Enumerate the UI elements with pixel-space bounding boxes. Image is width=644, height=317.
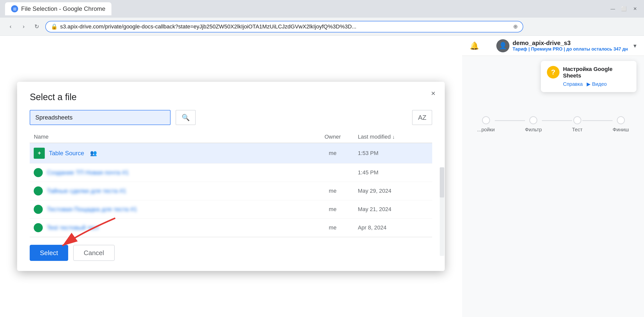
shared-icon: 👥 [90,150,97,156]
table-row[interactable]: + Table Source 👥 me 1:53 PM [30,143,432,164]
file-modified: May 21, 2024 [358,206,428,213]
step-circle [529,116,537,124]
right-header: 🔔 👤 demo_apix-drive_s3 Тариф | Премиум P… [462,36,644,56]
avatar: 👤 [496,39,509,52]
dialog-footer: Select Cancel [30,237,432,261]
file-name: Тестовая Пощадка для теста #1 [47,206,137,213]
file-row-name: Тайные сделки для теста #1 [34,186,307,195]
play-icon: ▶ [587,81,590,87]
step-label: ...ройки [477,127,495,133]
help-video-link[interactable]: ▶ Видео [587,81,607,87]
file-list: + Table Source 👥 me 1:53 PM Создание [30,143,432,237]
sort-arrow-icon: ↓ [392,134,395,140]
scrollbar[interactable] [440,167,444,256]
reload-button[interactable]: ↻ [31,21,42,32]
file-name: Test тестовый тест [47,224,99,231]
user-plan: Тариф | Премиум PRO | до оплаты осталось… [512,47,628,52]
file-modified: 1:45 PM [358,169,428,176]
sheets-icon-green [34,223,43,232]
minimize-button[interactable]: — [609,5,617,13]
help-question-icon: ? [547,66,559,78]
help-tooltip: ? Настройка Google Sheets Справка ▶ Виде… [541,61,636,92]
sheets-icon-green [34,205,43,214]
dropdown-arrow-icon[interactable]: ▾ [633,42,636,49]
lock-icon: 🔒 [51,23,58,30]
help-links: Справка ▶ Видео [563,81,630,87]
nav-buttons: ‹ › ↻ [5,21,42,32]
step-finish: Финиш [613,116,629,133]
step-filter: Фильтр [525,116,542,133]
step-circle [573,116,581,124]
help-title: Настройка Google Sheets [563,66,630,79]
file-row-name: Test тестовый тест [34,223,307,232]
file-list-header: Name Owner Last modified ↓ [30,131,432,143]
table-row[interactable]: Тестовая Пощадка для теста #1 me May 21,… [30,200,432,219]
step-circle [617,116,625,124]
sheets-icon-green [34,168,43,177]
step-test: Тест [572,116,582,133]
cancel-button[interactable]: Cancel [73,245,115,261]
user-info: demo_apix-drive_s3 Тариф | Премиум PRO |… [512,39,628,52]
file-name: Table Source [49,150,84,157]
step-label: Тест [572,127,582,133]
file-name: Тайные сделки для теста #1 [47,187,126,194]
step-connector [495,120,525,121]
left-panel: Select a file × 🔍 AZ Name Owner Last mod… [0,36,462,317]
step-label: Финиш [613,127,629,133]
help-content: Настройка Google Sheets Справка ▶ Видео [563,66,630,87]
sort-button[interactable]: AZ [412,110,432,125]
back-button[interactable]: ‹ [5,21,16,32]
sheets-icon: + [34,148,45,159]
help-справка-link[interactable]: Справка [563,81,583,87]
select-button[interactable]: Select [30,245,68,261]
dialog-close-button[interactable]: × [428,88,439,99]
sheets-icon-green [34,186,43,195]
step-settings: ...ройки [477,116,495,133]
main-content: Select a file × 🔍 AZ Name Owner Last mod… [0,36,644,317]
search-button[interactable]: 🔍 [176,110,196,125]
table-row[interactable]: Создание ТП Новая почта #1 1:45 PM [30,164,432,182]
user-info-section: 👤 demo_apix-drive_s3 Тариф | Премиум PRO… [496,39,636,52]
table-row[interactable]: Тайные сделки для теста #1 me May 29, 20… [30,182,432,200]
close-button[interactable]: ✕ [631,5,639,13]
progress-steps: ...ройки Фильтр Тест Финиш [462,106,644,143]
forward-button[interactable]: › [18,21,29,32]
file-row-name: + Table Source 👥 [34,148,307,159]
scrollbar-thumb [440,167,444,197]
right-panel: 🔔 👤 demo_apix-drive_s3 Тариф | Премиум P… [462,36,644,317]
column-name-header: Name [34,134,307,140]
file-modified: May 29, 2024 [358,188,428,194]
tab-title: File Selection - Google Chrome [21,5,105,12]
table-row[interactable]: Test тестовый тест me Apr 8, 2024 [30,219,432,237]
user-name: demo_apix-drive_s3 [512,39,628,47]
dialog-overlay: Select a file × 🔍 AZ Name Owner Last mod… [0,36,462,317]
step-label: Фильтр [525,127,542,133]
maximize-button[interactable]: ⬜ [620,5,628,13]
step-connector [542,120,572,121]
file-owner: me [307,188,358,194]
column-owner-header: Owner [307,134,358,140]
file-modified: 1:53 PM [358,150,428,156]
file-selection-dialog: Select a file × 🔍 AZ Name Owner Last mod… [17,82,445,271]
column-modified-header: Last modified ↓ [358,134,428,140]
file-row-name: Создание ТП Новая почта #1 [34,168,307,177]
step-connector [582,120,613,121]
search-row: 🔍 AZ [30,110,432,125]
title-bar: ⊞ File Selection - Google Chrome — ⬜ ✕ [0,0,644,18]
help-area: ? Настройка Google Sheets Справка ▶ Виде… [462,56,644,106]
file-name: Создание ТП Новая почта #1 [47,169,129,176]
window-controls: — ⬜ ✕ [609,5,639,13]
translate-icon: ⊕ [513,23,518,30]
bell-icon[interactable]: 🔔 [470,41,479,50]
search-input[interactable] [30,110,171,125]
file-owner: me [307,150,358,156]
favicon: ⊞ [11,5,18,12]
file-owner: me [307,206,358,213]
step-circle [482,116,490,124]
url-text: s3.apix-drive.com/private/google-docs-ca… [60,23,511,30]
browser-window: ⊞ File Selection - Google Chrome — ⬜ ✕ ‹… [0,0,644,317]
url-bar[interactable]: 🔒 s3.apix-drive.com/private/google-docs-… [45,21,523,32]
browser-tab[interactable]: ⊞ File Selection - Google Chrome [5,2,111,15]
address-bar: ‹ › ↻ 🔒 s3.apix-drive.com/private/google… [0,18,644,36]
file-modified: Apr 8, 2024 [358,224,428,231]
